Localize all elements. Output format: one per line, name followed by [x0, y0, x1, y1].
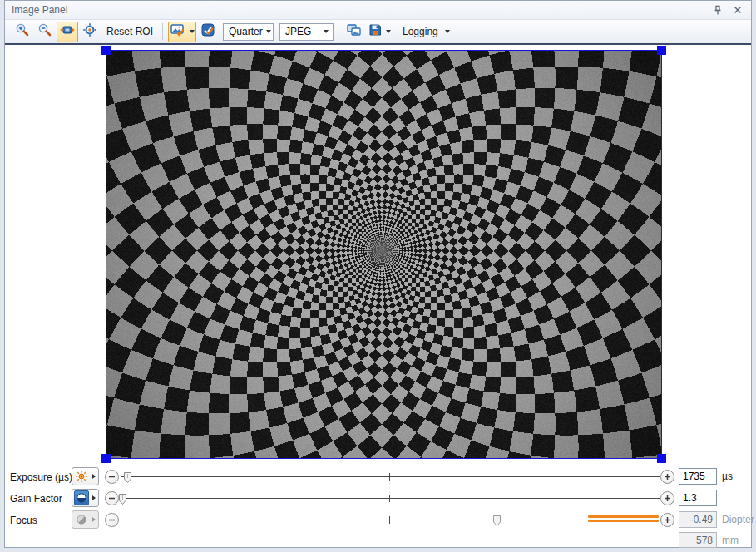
focus-dropdown-caret [92, 517, 96, 522]
roi-handle-top-left[interactable] [101, 46, 111, 55]
resolution-value: Quarter [229, 26, 263, 37]
zoom-in-icon [15, 22, 30, 41]
zoom-out-icon [37, 22, 52, 41]
focus-slider-track[interactable] [121, 520, 660, 520]
gain-label: Gain Factor [10, 493, 62, 505]
auto-focus-split-button [72, 510, 99, 529]
zoom-out-button[interactable] [34, 22, 56, 42]
exposure-sun-icon [74, 469, 89, 484]
save-dropdown-caret [386, 30, 391, 33]
logging-caret [445, 30, 450, 33]
format-caret [324, 30, 329, 33]
logging-button[interactable]: Logging [398, 22, 452, 42]
toolbar-separator-2 [338, 23, 338, 40]
gain-row: Gain Factor [5, 489, 751, 508]
focus-contrast-icon [74, 512, 89, 527]
focus-row: Focus Diop [5, 510, 751, 530]
focus-distance-row: mm [5, 531, 751, 550]
resolution-combo[interactable]: Quarter [223, 23, 274, 41]
focus-distance-field [679, 532, 717, 548]
resolution-caret [266, 30, 271, 33]
center-roi-button[interactable] [79, 22, 101, 42]
gain-slider-thumb[interactable] [119, 493, 126, 504]
apply-check-button[interactable] [197, 22, 219, 42]
exposure-slider-track[interactable] [121, 476, 660, 477]
zoom-in-button[interactable] [12, 22, 33, 42]
live-image-split-button[interactable] [168, 22, 196, 42]
pin-icon[interactable] [711, 3, 724, 17]
exposure-minus-button[interactable] [105, 470, 119, 484]
reset-roi-label: Reset ROI [103, 26, 156, 37]
exposure-slider-thumb[interactable] [124, 471, 131, 482]
gain-minus-button[interactable] [105, 491, 119, 505]
snapshot-button[interactable] [343, 22, 365, 42]
save-icon [368, 22, 383, 41]
close-icon[interactable] [731, 3, 744, 17]
focus-center-tick [389, 516, 390, 524]
focus-sweep-highlight-bottom [588, 520, 659, 522]
focus-label: Focus [10, 515, 37, 526]
exposure-plus-button[interactable] [660, 470, 674, 484]
focus-slider-thumb[interactable] [493, 515, 501, 525]
roi-rectangle[interactable] [106, 50, 662, 459]
center-roi-icon [82, 22, 97, 41]
exposure-dropdown-caret [92, 474, 96, 479]
gain-slider-track[interactable] [121, 498, 660, 499]
focus-diopter-unit: Diopter [722, 514, 754, 525]
gain-plus-button[interactable] [660, 491, 674, 505]
exposure-unit: µs [722, 471, 733, 482]
camera-controls: Exposure (µs) [5, 463, 751, 547]
focus-minus-button[interactable] [105, 513, 119, 527]
focus-diopter-field [679, 511, 717, 528]
gain-dropdown-caret [92, 495, 96, 500]
snapshot-icon [346, 22, 363, 41]
roi-handle-bottom-left[interactable] [101, 454, 111, 463]
fit-image-icon [60, 22, 75, 41]
exposure-center-tick [389, 473, 390, 481]
format-combo[interactable]: JPEG [279, 23, 334, 41]
focus-plus-button[interactable] [660, 513, 674, 527]
reset-roi-button[interactable]: Reset ROI [101, 22, 158, 42]
gain-value-field[interactable] [679, 490, 717, 506]
exposure-row: Exposure (µs) [5, 467, 751, 486]
fit-image-button[interactable] [57, 22, 78, 42]
auto-exposure-split-button[interactable] [72, 467, 99, 485]
gain-contrast-icon [74, 490, 89, 505]
roi-handle-bottom-right[interactable] [657, 454, 666, 463]
panel-title: Image Panel [12, 4, 67, 16]
apply-check-icon [200, 22, 215, 41]
logging-label: Logging [399, 26, 442, 37]
live-image-dropdown-caret [190, 30, 195, 33]
exposure-label: Exposure (µs) [10, 471, 72, 483]
roi-handle-top-right[interactable] [657, 46, 666, 55]
gain-center-tick [389, 495, 390, 502]
focus-sweep-highlight-top [588, 515, 659, 518]
toolbar: Reset ROI Quarter [5, 20, 751, 45]
auto-gain-split-button[interactable] [72, 489, 99, 507]
focus-distance-unit: mm [722, 535, 739, 546]
exposure-value-field[interactable] [679, 468, 717, 485]
image-panel: Image Panel [4, 0, 752, 548]
panel-titlebar[interactable]: Image Panel [5, 1, 751, 20]
toolbar-separator [162, 23, 163, 40]
live-image-icon [170, 22, 186, 41]
format-value: JPEG [285, 26, 320, 37]
save-split-button[interactable] [366, 22, 393, 42]
